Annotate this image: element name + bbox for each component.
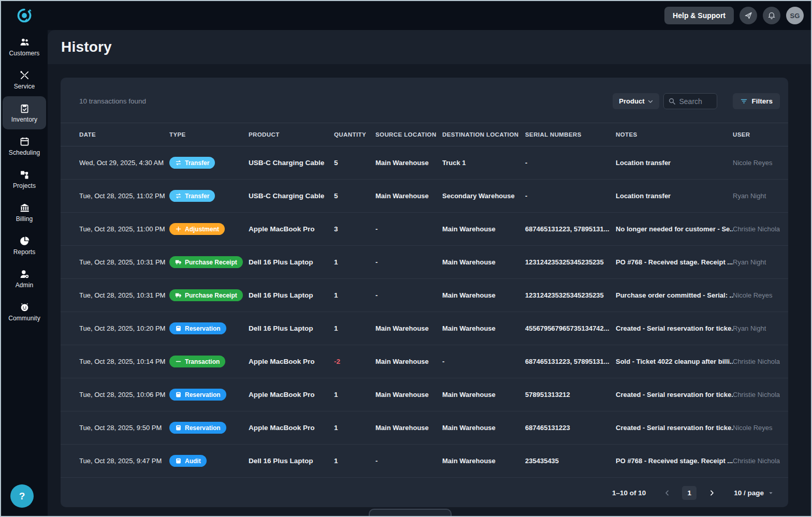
chevron-left-icon (663, 489, 671, 497)
cell-destination: Main Warehouse (442, 324, 525, 332)
cell-product: USB-C Charging Cable (249, 192, 334, 200)
cell-type: Audit (169, 455, 249, 467)
prev-page-button[interactable] (660, 486, 674, 499)
user-avatar[interactable]: SG (786, 7, 804, 24)
cell-destination: Main Warehouse (442, 291, 525, 299)
next-page-button[interactable] (705, 486, 718, 499)
cell-notes: PO #768 - Received stage. Receipt ... (616, 258, 733, 266)
table-row[interactable]: Tue, Oct 28, 2025, 9:47 PMAuditDell 16 P… (61, 445, 788, 478)
table-row[interactable]: Tue, Oct 28, 2025, 10:31 PMPurchase Rece… (61, 279, 788, 312)
cell-notes: Sold - Ticket 4022 cleanup after billi..… (616, 358, 733, 365)
column-header-notes: Notes (616, 131, 733, 138)
projects-icon (19, 169, 30, 180)
sidebar-item-label: Community (8, 315, 40, 322)
table-row[interactable]: Tue, Oct 28, 2025, 10:06 PMReservationAp… (61, 378, 788, 411)
cell-type: Purchase Receipt (169, 256, 249, 268)
cell-quantity: 1 (334, 424, 375, 432)
filter-icon (740, 97, 748, 105)
filters-button[interactable]: Filters (733, 93, 780, 109)
page-title: History (61, 39, 112, 55)
sidebar-item-label: Inventory (11, 116, 37, 123)
cell-serials: 687465131223, 57895131... (525, 225, 616, 233)
send-button[interactable] (740, 7, 757, 24)
cell-type: Reservation (169, 389, 249, 401)
table-row[interactable]: Tue, Oct 28, 2025, 9:50 PMReservationApp… (61, 411, 788, 445)
sidebar-item-scheduling[interactable]: Scheduling (3, 129, 46, 163)
sidebar-item-inventory[interactable]: Inventory (3, 96, 46, 129)
sidebar-item-admin[interactable]: Admin (3, 262, 46, 295)
truck-icon (175, 259, 182, 265)
main-area: Help & Support SG History 10 transaction… (48, 1, 811, 516)
cell-type: Reservation (169, 322, 249, 334)
cell-notes: Created - Serial reservation for ticke..… (616, 324, 733, 332)
help-support-button[interactable]: Help & Support (664, 7, 734, 24)
sidebar-nav: CustomersServiceInventorySchedulingProje… (1, 30, 48, 328)
cell-date: Tue, Oct 28, 2025, 11:02 PM (79, 192, 169, 200)
page-size-select[interactable]: 10 / page (734, 489, 775, 497)
cell-destination: Main Warehouse (442, 225, 525, 233)
customers-icon (19, 36, 30, 48)
page-number-button[interactable]: 1 (682, 486, 697, 500)
inventory-icon (19, 102, 30, 114)
type-badge: Reservation (169, 422, 226, 434)
notifications-button[interactable] (763, 7, 780, 24)
cell-source: Main Warehouse (375, 391, 442, 398)
results-count: 10 transactions found (79, 97, 146, 105)
cell-source: Main Warehouse (375, 192, 442, 200)
cell-quantity: 1 (334, 258, 375, 266)
type-badge: Transaction (169, 356, 225, 367)
table-row[interactable]: Wed, Oct 29, 2025, 4:30 AMTransferUSB-C … (61, 146, 788, 180)
archive-icon (175, 325, 182, 332)
cell-date: Tue, Oct 28, 2025, 10:31 PM (79, 291, 169, 299)
cell-source: - (375, 258, 442, 266)
minus-icon (175, 358, 182, 365)
archive-icon (175, 457, 182, 464)
cell-destination: Truck 1 (442, 159, 525, 167)
cell-destination: Main Warehouse (442, 457, 525, 465)
caret-down-icon (767, 489, 775, 497)
sidebar-item-customers[interactable]: Customers (3, 30, 46, 63)
sidebar-item-reports[interactable]: Reports (3, 229, 46, 262)
sidebar-item-label: Billing (16, 215, 33, 223)
reports-icon (19, 235, 30, 246)
brand-logo-icon[interactable] (1, 1, 48, 30)
sidebar-item-billing[interactable]: Billing (3, 196, 46, 229)
search-box (663, 93, 717, 109)
column-header-destination-location: Destination Location (442, 131, 525, 138)
type-badge: Audit (169, 455, 207, 467)
search-field-select[interactable]: Product (613, 93, 659, 109)
content: 10 transactions found Product Filter (48, 64, 811, 516)
column-header-user: User (733, 131, 780, 138)
type-badge: Adjustment (169, 223, 225, 235)
table-row[interactable]: Tue, Oct 28, 2025, 10:20 PMReservationDe… (61, 312, 788, 345)
table-row[interactable]: Tue, Oct 28, 2025, 10:31 PMPurchase Rece… (61, 246, 788, 279)
cell-user: Ryan Night (733, 258, 780, 266)
cell-product: Apple MacBook Pro (249, 358, 334, 365)
table-row[interactable]: Tue, Oct 28, 2025, 10:14 PMTransactionAp… (61, 345, 788, 378)
type-badge: Transfer (169, 190, 215, 202)
card-toolbar: 10 transactions found Product Filter (61, 78, 788, 123)
search-input[interactable] (679, 97, 713, 106)
toolbar-controls: Product Filters (613, 93, 780, 109)
cell-serials: 123124235325345235235 (525, 291, 616, 299)
cell-date: Wed, Oct 29, 2025, 4:30 AM (79, 159, 169, 167)
cell-quantity: 3 (334, 225, 375, 233)
cell-serials: 235435435 (525, 457, 616, 465)
sidebar-item-community[interactable]: Community (3, 295, 46, 328)
type-badge: Transfer (169, 157, 215, 169)
cell-source: - (375, 225, 442, 233)
cell-date: Tue, Oct 28, 2025, 9:50 PM (79, 424, 169, 432)
sidebar-item-service[interactable]: Service (3, 63, 46, 96)
type-badge: Reservation (169, 322, 226, 334)
transfer-arrows-icon (175, 193, 182, 199)
chevron-down-icon (647, 98, 654, 105)
cell-product: Apple MacBook Pro (249, 424, 334, 432)
type-badge: Reservation (169, 389, 226, 401)
table-row[interactable]: Tue, Oct 28, 2025, 11:02 PMTransferUSB-C… (61, 180, 788, 213)
table-body: Wed, Oct 29, 2025, 4:30 AMTransferUSB-C … (61, 146, 788, 478)
cell-quantity: 5 (334, 192, 375, 200)
help-fab-button[interactable]: ? (10, 484, 34, 508)
search-icon (668, 97, 676, 105)
table-row[interactable]: Tue, Oct 28, 2025, 11:00 PMAdjustmentApp… (61, 213, 788, 246)
sidebar-item-projects[interactable]: Projects (3, 163, 46, 196)
